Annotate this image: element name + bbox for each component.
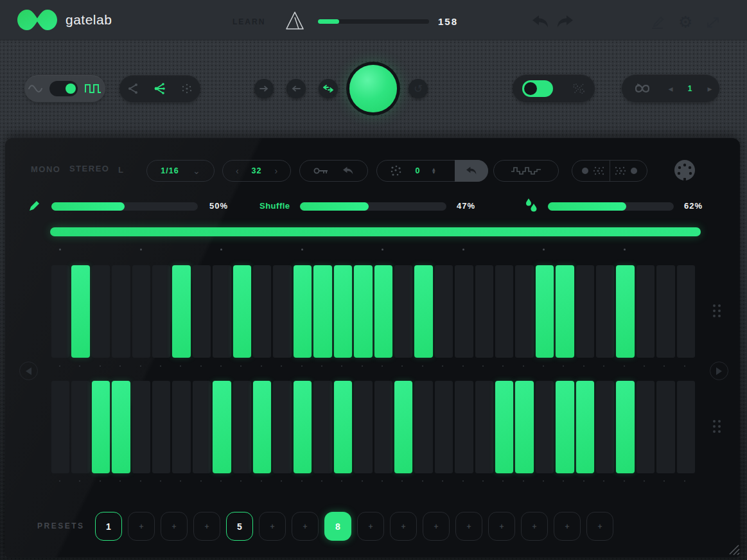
page-next-button[interactable] xyxy=(710,362,728,380)
preset-slot-15[interactable]: + xyxy=(554,512,581,541)
shift-right-button[interactable] xyxy=(254,79,274,98)
step-cell-row-bottom-25[interactable] xyxy=(536,381,554,473)
step-cell-row-bottom-27[interactable] xyxy=(576,381,594,473)
step-cell-row-top-27[interactable] xyxy=(576,265,594,358)
preset-slot-3[interactable]: + xyxy=(161,512,188,541)
preset-slot-9[interactable]: + xyxy=(357,512,384,541)
step-cell-row-bottom-14[interactable] xyxy=(313,381,331,473)
step-cell-row-top-26[interactable] xyxy=(556,265,574,358)
step-cell-row-top-30[interactable] xyxy=(637,265,655,358)
step-cell-row-top-12[interactable] xyxy=(273,265,291,358)
step-cell-row-top-1[interactable] xyxy=(51,265,69,358)
edit-pencil-icon[interactable] xyxy=(650,15,665,30)
wave-mode-toggle[interactable] xyxy=(49,81,78,96)
spinner-down-icon[interactable]: ▾ xyxy=(432,171,435,174)
scatter-burst-icon[interactable] xyxy=(181,83,193,94)
step-cell-row-top-21[interactable] xyxy=(455,265,473,358)
step-cell-row-top-31[interactable] xyxy=(656,265,674,358)
preset-slot-13[interactable]: + xyxy=(488,512,515,541)
step-cell-row-top-6[interactable] xyxy=(152,265,170,358)
step-cell-row-bottom-16[interactable] xyxy=(354,381,372,473)
sine-wave-icon[interactable] xyxy=(28,84,42,93)
step-cell-row-top-3[interactable] xyxy=(92,265,110,358)
key-icon[interactable] xyxy=(313,166,329,175)
step-cell-row-top-9[interactable] xyxy=(213,265,231,358)
step-cell-row-top-5[interactable] xyxy=(132,265,150,358)
preset-slot-8[interactable]: 8 xyxy=(324,512,351,541)
step-cell-row-bottom-30[interactable] xyxy=(637,381,655,473)
step-cell-row-top-7[interactable] xyxy=(172,265,190,358)
preset-slot-10[interactable]: + xyxy=(390,512,417,541)
mode-mono[interactable]: MONO xyxy=(31,164,60,174)
step-cell-row-bottom-18[interactable] xyxy=(394,381,412,473)
pencil-green-icon[interactable] xyxy=(28,200,40,212)
preset-slot-7[interactable]: + xyxy=(292,512,319,541)
gate-slider[interactable] xyxy=(51,202,198,211)
step-cell-row-bottom-23[interactable] xyxy=(495,381,513,473)
step-cell-row-bottom-11[interactable] xyxy=(253,381,271,473)
loop-prev-button[interactable]: ◂ xyxy=(669,84,673,93)
dice-scatter-icon[interactable] xyxy=(389,164,403,177)
step-cell-row-bottom-12[interactable] xyxy=(273,381,291,473)
step-cell-row-bottom-1[interactable] xyxy=(51,381,69,473)
share-left-icon[interactable] xyxy=(127,83,139,94)
step-cell-row-bottom-29[interactable] xyxy=(616,381,634,473)
step-cell-row-bottom-28[interactable] xyxy=(596,381,614,473)
step-cell-row-top-32[interactable] xyxy=(677,265,695,358)
step-cell-row-bottom-4[interactable] xyxy=(112,381,130,473)
step-cell-row-top-16[interactable] xyxy=(354,265,372,358)
step-cell-row-bottom-6[interactable] xyxy=(152,381,170,473)
step-cell-row-top-11[interactable] xyxy=(253,265,271,358)
step-cell-row-bottom-21[interactable] xyxy=(455,381,473,473)
page-prev-button[interactable] xyxy=(19,362,38,380)
step-cell-row-top-20[interactable] xyxy=(435,265,453,358)
step-cell-row-bottom-7[interactable] xyxy=(172,381,190,473)
mode-stereo[interactable]: STEREO xyxy=(69,164,109,173)
reset-button[interactable]: ↺ xyxy=(409,79,428,98)
resize-arrows-icon[interactable] xyxy=(705,15,721,30)
burst-circle-icon[interactable] xyxy=(612,165,639,177)
step-cell-row-bottom-9[interactable] xyxy=(213,381,231,473)
circle-burst-icon[interactable] xyxy=(580,165,607,177)
step-cell-row-top-23[interactable] xyxy=(495,265,513,358)
step-cell-row-top-10[interactable] xyxy=(233,265,251,358)
spinner-up-down[interactable]: ▴ ▾ xyxy=(432,168,435,175)
step-cell-row-bottom-19[interactable] xyxy=(414,381,432,473)
undo-small-icon[interactable] xyxy=(342,166,354,175)
shuffle-slider[interactable] xyxy=(300,202,446,211)
corner-resize-grip[interactable] xyxy=(726,541,740,556)
step-cell-row-top-28[interactable] xyxy=(596,265,614,358)
water-drops-icon[interactable] xyxy=(524,198,538,213)
step-cell-row-top-24[interactable] xyxy=(515,265,533,358)
step-cell-row-top-29[interactable] xyxy=(616,265,634,358)
tempo-slider[interactable] xyxy=(318,19,429,24)
rate-select[interactable]: 1/16 ⌄ xyxy=(146,160,215,182)
step-cell-row-bottom-31[interactable] xyxy=(656,381,674,473)
step-cell-row-top-2[interactable] xyxy=(71,265,89,358)
swap-button[interactable] xyxy=(319,79,338,98)
step-cell-row-top-15[interactable] xyxy=(334,265,352,358)
preset-slot-5[interactable]: 5 xyxy=(226,512,253,541)
step-cell-row-top-8[interactable] xyxy=(193,265,211,358)
infinity-loop-icon[interactable] xyxy=(629,82,654,96)
undo-icon[interactable] xyxy=(532,15,549,29)
step-cell-row-top-13[interactable] xyxy=(294,265,312,358)
step-cell-row-bottom-5[interactable] xyxy=(132,381,150,473)
step-cell-row-top-17[interactable] xyxy=(374,265,392,358)
preset-slot-12[interactable]: + xyxy=(455,512,482,541)
step-cell-row-top-25[interactable] xyxy=(536,265,554,358)
preset-slot-2[interactable]: + xyxy=(128,512,155,541)
preset-slot-6[interactable]: + xyxy=(259,512,286,541)
main-generate-button[interactable] xyxy=(349,65,397,112)
row-top-drag-handle[interactable] xyxy=(713,304,725,321)
mode-l-channel[interactable]: L xyxy=(118,165,124,175)
step-cell-row-bottom-13[interactable] xyxy=(294,381,312,473)
step-cell-row-bottom-3[interactable] xyxy=(92,381,110,473)
preset-slot-16[interactable]: + xyxy=(586,512,613,541)
master-position-bar[interactable] xyxy=(50,227,701,236)
branch-icon[interactable] xyxy=(154,83,166,94)
preset-slot-11[interactable]: + xyxy=(423,512,450,541)
preset-slot-14[interactable]: + xyxy=(521,512,548,541)
mix-toggle[interactable] xyxy=(522,80,553,97)
step-cell-row-bottom-20[interactable] xyxy=(435,381,453,473)
